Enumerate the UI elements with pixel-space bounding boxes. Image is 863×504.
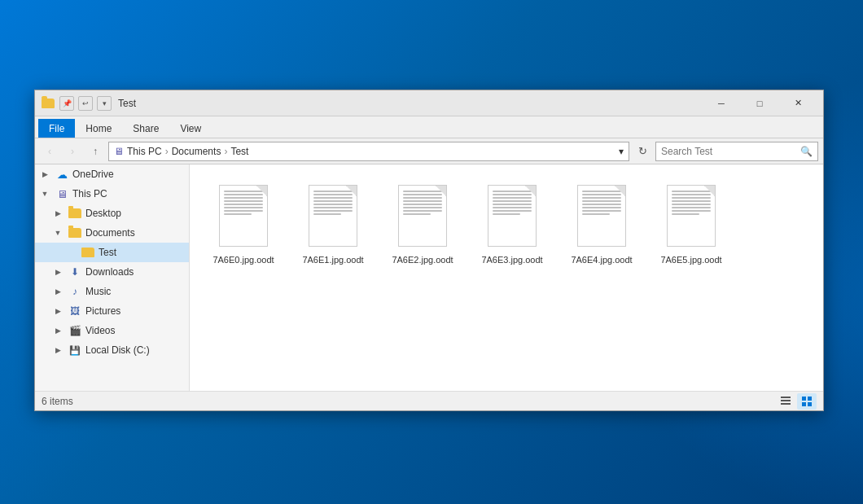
doc-icon — [309, 185, 357, 247]
view-toggle — [776, 393, 817, 410]
expand-onedrive[interactable]: ▶ — [38, 168, 51, 181]
quick-access-down[interactable]: ▾ — [97, 96, 112, 111]
sidebar-label-onedrive: OneDrive — [72, 169, 114, 180]
music-icon: ♪ — [68, 285, 82, 298]
sidebar-label-localdisk: Local Disk (C:) — [85, 344, 150, 356]
quick-access-undo[interactable]: ↩ — [78, 96, 93, 111]
breadcrumb-sep-1: › — [165, 146, 169, 157]
maximize-button[interactable]: □ — [741, 90, 778, 116]
quick-access-pin[interactable]: 📌 — [59, 96, 74, 111]
file-name: 7A6E5.jpg.oodt — [660, 254, 721, 265]
thispc-icon: 🖥 — [55, 187, 69, 200]
documents-icon — [68, 226, 82, 239]
status-bar: 6 items — [35, 391, 823, 410]
sidebar-label-videos: Videos — [85, 325, 115, 336]
onedrive-icon: ☁ — [55, 168, 69, 181]
svg-rect-6 — [808, 402, 812, 406]
sidebar-label-thispc: This PC — [72, 188, 107, 199]
sidebar-label-desktop: Desktop — [85, 208, 121, 219]
videos-icon: 🎬 — [68, 324, 82, 337]
sidebar-item-pictures[interactable]: ▶ 🖼 Pictures — [35, 301, 189, 321]
tab-home[interactable]: Home — [75, 119, 122, 138]
ribbon-tabs: File Home Share View — [35, 116, 823, 138]
view-details-button[interactable] — [776, 393, 795, 410]
file-name: 7A6E0.jpg.oodt — [212, 254, 274, 265]
expand-documents[interactable]: ▼ — [51, 226, 64, 239]
file-item[interactable]: 7A6E1.jpg.oodt — [292, 177, 374, 269]
svg-rect-3 — [802, 397, 806, 401]
test-folder-icon — [81, 246, 95, 259]
file-item[interactable]: 7A6E5.jpg.oodt — [651, 177, 732, 269]
downloads-icon: ⬇ — [68, 265, 82, 278]
window-icon — [42, 97, 55, 110]
sidebar-item-thispc[interactable]: ▼ 🖥 This PC — [35, 184, 189, 204]
search-input[interactable] — [661, 146, 800, 157]
file-item[interactable]: 7A6E3.jpg.oodt — [471, 177, 553, 269]
file-icon — [483, 181, 541, 251]
expand-videos[interactable]: ▶ — [51, 324, 64, 337]
expand-localdisk[interactable]: ▶ — [51, 344, 64, 357]
back-button[interactable]: ‹ — [40, 142, 59, 161]
files-grid: 7A6E0.jpg.oodt 7A6E1.jpg.oodt 7A6E2.jpg.… — [190, 164, 823, 391]
minimize-button[interactable]: ─ — [703, 90, 740, 116]
file-icon — [662, 181, 721, 251]
sidebar-label-test: Test — [99, 247, 116, 258]
search-box[interactable]: 🔍 — [655, 142, 818, 161]
forward-button[interactable]: › — [63, 142, 82, 161]
svg-rect-5 — [802, 402, 806, 406]
file-item[interactable]: 7A6E0.jpg.oodt — [203, 177, 284, 269]
sidebar-item-test[interactable]: Test — [35, 243, 189, 262]
sidebar: ▶ ☁ OneDrive ▼ 🖥 This PC ▶ Des — [35, 164, 190, 391]
close-button[interactable]: ✕ — [779, 90, 817, 116]
doc-icon — [219, 185, 268, 247]
expand-test — [64, 246, 77, 259]
doc-icon — [488, 185, 537, 247]
expand-desktop[interactable]: ▶ — [51, 207, 64, 220]
tab-share[interactable]: Share — [122, 119, 169, 138]
sidebar-label-downloads: Downloads — [85, 266, 134, 278]
window-controls: ─ □ ✕ — [703, 90, 817, 116]
sidebar-item-downloads[interactable]: ▶ ⬇ Downloads — [35, 262, 189, 282]
localdisk-icon: 💾 — [68, 344, 82, 357]
file-name: 7A6E2.jpg.oodt — [392, 254, 453, 265]
search-icon[interactable]: 🔍 — [800, 146, 813, 157]
sidebar-label-music: Music — [85, 286, 111, 297]
doc-icon — [398, 185, 447, 247]
tab-view[interactable]: View — [169, 119, 212, 138]
refresh-button[interactable]: ↻ — [633, 142, 652, 161]
breadcrumb-expand[interactable]: ▾ — [619, 146, 624, 157]
view-tiles-button[interactable] — [797, 393, 817, 410]
file-item[interactable]: 7A6E2.jpg.oodt — [382, 177, 463, 269]
expand-pictures[interactable]: ▶ — [51, 305, 64, 318]
sidebar-item-onedrive[interactable]: ▶ ☁ OneDrive — [35, 164, 189, 184]
sidebar-item-desktop[interactable]: ▶ Desktop — [35, 204, 189, 223]
file-name: 7A6E3.jpg.oodt — [481, 254, 542, 265]
expand-music[interactable]: ▶ — [51, 285, 64, 298]
pictures-icon: 🖼 — [68, 305, 82, 318]
file-name: 7A6E4.jpg.oodt — [571, 254, 632, 265]
svg-rect-2 — [781, 403, 791, 405]
sidebar-item-music[interactable]: ▶ ♪ Music — [35, 282, 189, 301]
file-item[interactable]: 7A6E4.jpg.oodt — [561, 177, 642, 269]
tab-file[interactable]: File — [38, 119, 75, 138]
expand-downloads[interactable]: ▶ — [51, 265, 64, 278]
up-button[interactable]: ↑ — [85, 142, 105, 161]
breadcrumb-test[interactable]: Test — [230, 146, 248, 157]
file-area: 7A6E0.jpg.oodt 7A6E1.jpg.oodt 7A6E2.jpg.… — [190, 164, 823, 391]
sidebar-item-localdisk[interactable]: ▶ 💾 Local Disk (C:) — [35, 340, 189, 360]
sidebar-item-documents[interactable]: ▼ Documents — [35, 223, 189, 243]
breadcrumb-documents[interactable]: Documents — [172, 146, 221, 157]
file-icon — [393, 181, 452, 251]
breadcrumb-bar[interactable]: 🖥 This PC › Documents › Test ▾ — [108, 142, 629, 161]
file-icon — [572, 181, 631, 251]
sidebar-item-videos[interactable]: ▶ 🎬 Videos — [35, 321, 189, 340]
title-bar: 📌 ↩ ▾ Test ─ □ ✕ — [35, 90, 823, 116]
expand-thispc[interactable]: ▼ — [38, 187, 51, 200]
status-count: 6 items — [42, 396, 776, 407]
breadcrumb-sep-2: › — [224, 146, 227, 157]
address-bar: ‹ › ↑ 🖥 This PC › Documents › Test ▾ ↻ 🔍 — [35, 138, 823, 164]
breadcrumb-thispc[interactable]: This PC — [127, 146, 162, 157]
file-icon — [304, 181, 362, 251]
sidebar-label-pictures: Pictures — [85, 305, 120, 317]
doc-icon — [667, 185, 716, 247]
